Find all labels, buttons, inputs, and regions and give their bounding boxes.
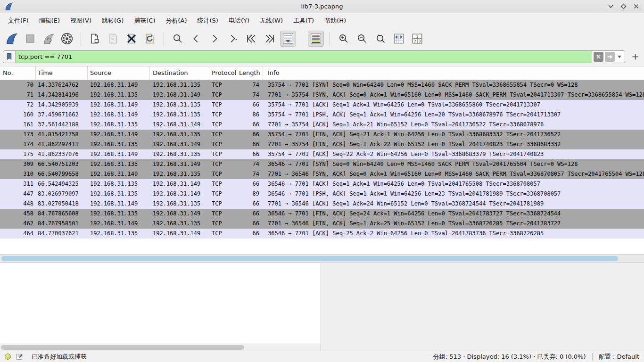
packet-row[interactable]: 311 66.542494325 192.168.31.135 192.168.… (0, 179, 644, 189)
close-file-button[interactable] (124, 31, 140, 47)
go-forward-button[interactable] (206, 31, 223, 47)
last-packet-icon (264, 33, 275, 44)
packet-protocol: TCP (209, 90, 236, 100)
packet-row[interactable]: 71 14.342814196 192.168.31.135 192.168.3… (0, 90, 644, 100)
menu-item[interactable]: 捕获(C) (129, 14, 160, 27)
capture-comment-icon[interactable] (16, 353, 23, 360)
packet-destination: 192.168.31.149 (150, 229, 209, 239)
packet-destination: 192.168.31.135 (150, 80, 209, 90)
last-packet-button[interactable] (262, 31, 278, 47)
expert-info-icon[interactable] (5, 354, 11, 360)
close-icon[interactable] (633, 3, 639, 9)
filter-text[interactable]: tcp.port == 7701 (16, 53, 592, 60)
filter-dropdown-caret[interactable] (618, 56, 621, 58)
zoom-out-button[interactable] (354, 31, 370, 47)
packet-destination: 192.168.31.149 (150, 90, 209, 100)
profile-text[interactable]: 配置：Default (599, 353, 640, 361)
toolbar-separator (330, 32, 330, 46)
first-packet-button[interactable] (243, 31, 259, 47)
packet-info: 35754 → 7701 [FIN, ACK] Seq=21 Ack=1 Win… (263, 130, 644, 140)
go-to-packet-button[interactable] (225, 31, 241, 47)
menu-item[interactable]: 工具(T) (288, 14, 319, 27)
filter-clear-button[interactable] (594, 52, 603, 62)
packet-info: 35754 → 7701 [ACK] Seq=1 Ack=1 Win=64256… (263, 100, 644, 110)
packet-no: 173 (0, 130, 36, 140)
packet-row[interactable]: 160 37.459671662 192.168.31.149 192.168.… (0, 110, 644, 120)
packet-list-hscrollbar[interactable] (0, 254, 644, 263)
open-file-button[interactable] (87, 31, 103, 47)
packet-row[interactable]: 174 41.862297411 192.168.31.135 192.168.… (0, 140, 644, 149)
packet-time: 41.862297411 (36, 140, 88, 149)
column-header-length[interactable]: Length (236, 66, 263, 80)
menu-item[interactable]: 编辑(E) (34, 14, 65, 27)
packet-row[interactable]: 464 84.770037621 192.168.31.135 192.168.… (0, 229, 644, 239)
svg-text:3: 3 (418, 39, 421, 43)
packet-protocol: TCP (209, 110, 236, 120)
restart-capture-button[interactable] (41, 31, 57, 47)
packet-protocol: TCP (209, 130, 236, 140)
packet-row[interactable]: 309 66.540751203 192.168.31.135 192.168.… (0, 159, 644, 169)
add-filter-button[interactable] (629, 50, 641, 63)
layout-button[interactable]: 1 2 3 (409, 31, 425, 47)
packet-row[interactable]: 458 84.767865608 192.168.31.135 192.168.… (0, 209, 644, 219)
packet-row[interactable]: 175 41.862337076 192.168.31.149 192.168.… (0, 149, 644, 159)
column-header-source[interactable]: Source (88, 66, 150, 80)
go-back-button[interactable] (188, 31, 204, 47)
packet-row[interactable]: 173 41.815421758 192.168.31.149 192.168.… (0, 130, 644, 140)
resize-columns-icon (393, 33, 405, 45)
reload-file-button[interactable] (142, 31, 158, 47)
packet-length: 66 (236, 229, 263, 239)
stop-square-icon (25, 33, 36, 44)
packet-row[interactable]: 310 66.540799658 192.168.31.149 192.168.… (0, 169, 644, 179)
capture-options-button[interactable] (59, 31, 75, 47)
details-hscrollbar[interactable] (0, 344, 321, 351)
packet-length: 89 (236, 189, 263, 199)
filter-apply-button[interactable] (605, 52, 615, 62)
minimize-icon[interactable] (608, 3, 614, 9)
filter-bookmark-button[interactable] (3, 51, 16, 63)
packet-list-empty-area (0, 239, 644, 254)
column-header-no[interactable]: No. (0, 66, 36, 80)
column-header-info[interactable]: Info (263, 66, 644, 80)
find-packet-button[interactable] (170, 31, 186, 47)
maximize-icon[interactable] (620, 3, 627, 9)
packet-length: 66 (236, 120, 263, 130)
bookmark-icon (6, 53, 12, 60)
packet-destination: 192.168.31.149 (150, 159, 209, 169)
packet-time: 41.862337076 (36, 149, 88, 159)
zoom-reset-button[interactable] (372, 31, 388, 47)
menu-item[interactable]: 文件(F) (3, 14, 34, 27)
details-hscrollbar-thumb[interactable] (1, 345, 244, 350)
packet-row[interactable]: 70 14.337624762 192.168.31.149 192.168.3… (0, 80, 644, 90)
column-header-destination[interactable]: Destination (150, 66, 209, 80)
menu-item[interactable]: 跳转(G) (97, 14, 129, 27)
display-filter-input[interactable]: tcp.port == 7701 (3, 50, 625, 63)
hscrollbar-thumb[interactable] (1, 256, 618, 261)
resize-columns-button[interactable] (391, 31, 407, 47)
packet-row[interactable]: 447 83.026979097 192.168.31.135 192.168.… (0, 189, 644, 199)
column-header-protocol[interactable]: Protocol (209, 66, 236, 80)
auto-scroll-button[interactable] (280, 31, 296, 47)
packet-row[interactable]: 72 14.342905939 192.168.31.149 192.168.3… (0, 100, 644, 110)
save-file-button[interactable] (105, 31, 121, 47)
menu-item[interactable]: 统计(S) (192, 14, 223, 27)
colorize-button[interactable] (308, 31, 324, 47)
stop-capture-button[interactable] (22, 31, 38, 47)
packet-no: 462 (0, 219, 36, 229)
packet-row[interactable]: 161 37.561442188 192.168.31.135 192.168.… (0, 120, 644, 130)
menu-item[interactable]: 电话(Y) (223, 14, 255, 27)
menu-item[interactable]: 视图(V) (65, 14, 97, 27)
menu-item[interactable]: 无线(W) (255, 14, 288, 27)
menu-item[interactable]: 分析(A) (160, 14, 192, 27)
packet-row[interactable]: 448 83.027050418 192.168.31.149 192.168.… (0, 199, 644, 209)
zoom-in-button[interactable] (336, 31, 352, 47)
column-header-time[interactable]: Time (36, 66, 88, 80)
packet-time: 41.815421758 (36, 130, 88, 140)
go-to-packet-icon (228, 33, 238, 44)
menu-item[interactable]: 帮助(H) (319, 14, 351, 27)
packet-length: 66 (236, 219, 263, 229)
packet-row[interactable]: 462 84.767958501 192.168.31.149 192.168.… (0, 219, 644, 229)
packet-time: 66.542494325 (36, 179, 88, 189)
packet-source: 192.168.31.149 (88, 110, 150, 120)
start-capture-button[interactable] (4, 31, 20, 47)
